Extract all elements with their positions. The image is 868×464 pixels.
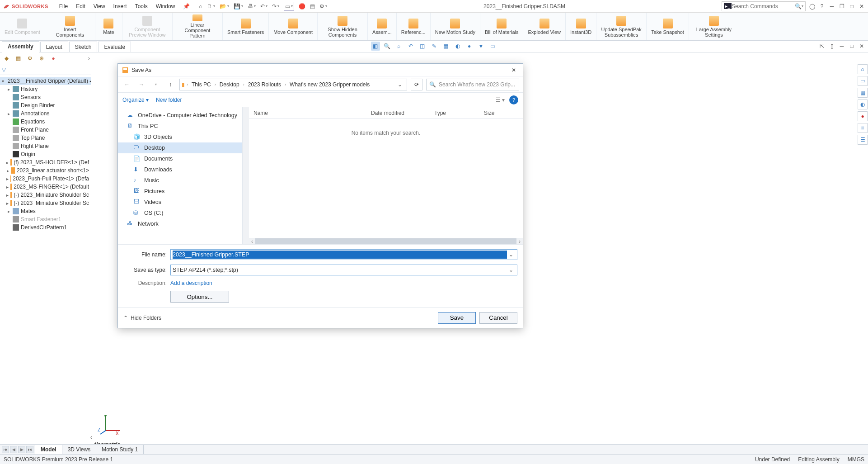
crumb-current[interactable]: What's new 2023 Gripper models [288,81,371,88]
panel-expand-icon[interactable]: › [88,55,90,62]
tree-node[interactable]: Equations [0,118,91,126]
tree-node[interactable]: Sensors [0,93,91,101]
fm-display-tab-icon[interactable]: ● [48,53,59,63]
col-date[interactable]: Date modified [366,110,430,116]
menu-insert[interactable]: Insert [110,1,131,11]
status-units[interactable]: MMGS [848,456,864,463]
col-type[interactable]: Type [430,110,479,116]
search-icon[interactable]: 🔍 [795,3,802,9]
viewport-icon[interactable]: ▯ [828,43,835,50]
minimize-icon[interactable]: ─ [828,3,835,10]
ribbon-smart-fasteners[interactable]: Smart Fasteners [223,13,269,40]
ribbon-instant3d[interactable]: Instant3D [566,13,596,40]
save-type-dropdown-icon[interactable]: ⌄ [507,267,515,273]
tree-root[interactable]: ▾ 2023__Finished Gripper (Default) ◂ [0,77,91,85]
ribbon-linear-component-pattern[interactable]: Linear Component Pattern [173,13,223,40]
redo-icon[interactable]: ↷▾ [272,3,279,9]
rebuild-icon[interactable]: 🛑 [299,3,305,9]
file-name-dropdown-icon[interactable]: ⌄ [507,251,515,258]
tab-sketch[interactable]: Sketch [69,42,98,52]
tree-node[interactable]: ▸Annotations [0,109,91,118]
undo-icon[interactable]: ↶▾ [260,3,267,9]
restore-icon[interactable]: ❐ [838,3,845,10]
feature-filter[interactable]: ▽ [0,64,91,75]
dialog-help-icon[interactable]: ? [509,95,518,104]
bottom-tab-model[interactable]: Model [35,445,62,454]
options-button[interactable]: Options... [170,291,229,303]
file-name-input[interactable] [173,251,507,259]
hide-show-icon[interactable]: ◐ [453,42,462,51]
ribbon-exploded-view[interactable]: Exploded View [523,13,566,40]
tree-node[interactable]: ▸2023_Push-Pull Plate<1> (Defa [0,175,91,183]
tree-node[interactable]: Top Plane [0,134,91,142]
nav-recent-dropdown-icon[interactable]: ▾ [150,79,161,90]
help-icon[interactable]: ? [818,3,826,10]
view-cube-icon[interactable]: ◧ [371,42,380,51]
crumb-rollouts[interactable]: 2023 Rollouts [246,81,283,88]
navpane-scrollbar[interactable] [243,107,249,244]
ribbon-update-speedpak-subassemblies[interactable]: Update SpeedPak Subassemblies [596,13,647,40]
view-mode-icon[interactable]: ☰ ▾ [496,97,505,103]
dialog-close-icon[interactable]: ✕ [508,65,519,76]
tree-node[interactable]: Design Binder [0,101,91,109]
new-icon[interactable]: 🗋▾ [207,3,215,9]
tree-node[interactable]: ▸(f) 2023_MS-HOLDER<1> (Def [0,158,91,166]
scroll-right-icon[interactable]: › [516,238,523,244]
ribbon-move-component[interactable]: Move Component [269,13,318,40]
save-icon[interactable]: 💾▾ [234,3,243,9]
bottom-tab-motion[interactable]: Motion Study 1 [96,445,144,454]
crumb-thispc[interactable]: This PC [190,81,213,88]
col-name[interactable]: Name [249,110,366,116]
tree-node[interactable]: Origin [0,150,91,158]
menu-window[interactable]: Window [152,1,179,11]
tab-layout[interactable]: Layout [40,42,68,52]
panel-collapse-icon[interactable]: ‹ [90,434,92,440]
new-folder-button[interactable]: New folder [156,97,182,103]
save-type-select[interactable] [173,266,507,274]
nav-item-this-pc[interactable]: 🖥This PC [118,121,242,132]
tree-node[interactable]: ▸(-) 2023_Miniature Shoulder Sc [0,199,91,207]
taskpane-view-palette-icon[interactable]: ◐ [858,99,868,109]
nav-item-downloads[interactable]: ⬇Downloads [118,164,242,175]
tab-evaluate[interactable]: Evaluate [98,42,131,52]
ribbon-mate[interactable]: Mate [95,13,122,40]
tree-node[interactable]: Smart Fastener1 [0,215,91,223]
nav-item-documents[interactable]: 📄Documents [118,153,242,164]
tree-node[interactable]: ▸2023_linear actuator short<1> [0,166,91,175]
tree-node[interactable]: Front Plane [0,126,91,134]
display-style-icon[interactable]: ▦ [441,42,450,51]
scroll-left-icon[interactable]: ‹ [249,238,255,244]
tree-node[interactable]: DerivedCirPattern1 [0,223,91,232]
menu-tools[interactable]: Tools [131,1,151,11]
save-button[interactable]: Save [438,312,476,324]
view-close-icon[interactable]: ✕ [858,43,865,50]
ribbon-assem-[interactable]: Assem... [368,13,397,40]
tree-node[interactable]: ▸2023_MS-FINGER<1> (Default [0,183,91,191]
open-icon[interactable]: 📂▾ [220,3,229,9]
ribbon-new-motion-study[interactable]: New Motion Study [431,13,480,40]
search-dropdown-icon[interactable]: ▾ [802,4,803,8]
tab-assembly[interactable]: Assembly [2,41,39,52]
taskpane-forum-icon[interactable]: ☰ [858,135,868,145]
tab-last-icon[interactable]: ⏭ [26,446,33,453]
folder-search[interactable]: 🔍 Search What's new 2023 Grip... [426,79,519,90]
zoom-fit-icon[interactable]: 🔍 [383,42,392,51]
nav-item-3d-objects[interactable]: 🧊3D Objects [118,132,242,142]
apply-scene-icon[interactable]: ▼ [477,42,486,51]
edit-appearance-icon[interactable]: ● [465,42,474,51]
add-description-link[interactable]: Add a description [170,280,212,286]
zoom-area-icon[interactable]: ⌕ [394,42,404,51]
nav-item-os-c-[interactable]: ⛁OS (C:) [118,208,242,218]
file-list-hscroll[interactable]: ‹ › [249,238,523,244]
menu-edit[interactable]: Edit [72,1,89,11]
scroll-thumb[interactable] [255,238,516,244]
ribbon-take-snapshot[interactable]: Take Snapshot [647,13,689,40]
view-settings-icon[interactable]: ▭ [488,42,497,51]
print-icon[interactable]: 🖶▾ [248,3,256,9]
nav-item-pictures[interactable]: 🖼Pictures [118,186,242,197]
menu-pin-icon[interactable]: 📌 [179,1,193,11]
search-commands[interactable]: ▸_ 🔍 ▾ [722,1,806,11]
cancel-button[interactable]: Cancel [479,312,517,324]
ribbon-insert-components[interactable]: Insert Components [45,13,95,40]
menu-view[interactable]: View [90,1,109,11]
